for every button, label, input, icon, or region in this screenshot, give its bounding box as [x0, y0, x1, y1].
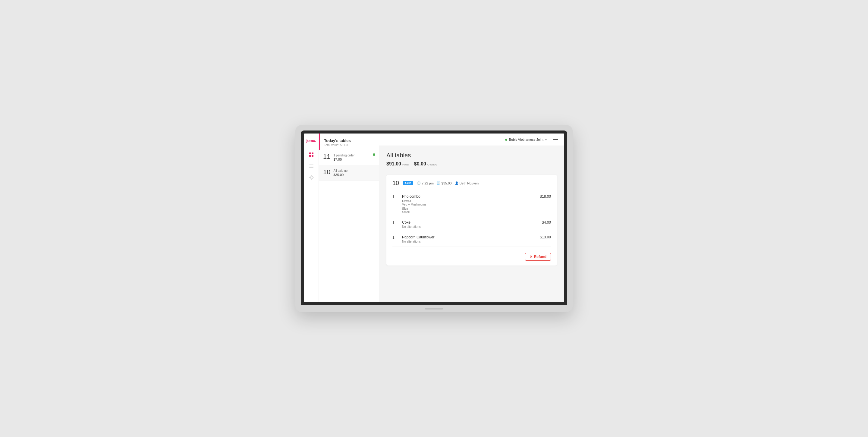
paid-label: PAID: [402, 163, 409, 166]
logo: jomo.: [306, 138, 316, 143]
svg-rect-2: [309, 167, 313, 167]
grid-icon: [309, 153, 313, 157]
order-details: Popcorn Cauliflower No alterations: [402, 235, 540, 244]
order-item-3: 1 Popcorn Cauliflower No alterations $13…: [393, 232, 551, 247]
order-qty: 1: [393, 221, 398, 225]
clock-icon: 🕐: [417, 181, 421, 185]
table-status-text: All paid up: [333, 169, 375, 173]
owing-amount: $0.00: [414, 161, 426, 167]
main-content: Bob's Vietnamese Joint ▾ All tables: [379, 133, 564, 302]
top-nav: Bob's Vietnamese Joint ▾: [379, 133, 564, 146]
order-name: Coke: [402, 220, 542, 224]
person-icon: 👤: [455, 181, 458, 185]
paid-amount: $91.00: [386, 161, 401, 167]
refund-button[interactable]: ✕ Refund: [525, 253, 551, 261]
table-number: 10: [323, 169, 330, 176]
summary-paid: $91.00 PAID: [386, 161, 409, 167]
paid-badge: PAID: [403, 181, 413, 185]
table-card-number: 10: [393, 180, 399, 187]
table-time: 7:22 pm: [422, 181, 434, 185]
meta-customer: 👤 Beth Nguyen: [455, 181, 479, 185]
order-name: Pho combo: [402, 194, 540, 198]
modifier-value: No alterations: [402, 240, 540, 243]
screen-bezel: jomo.: [301, 130, 567, 305]
modifier-value: Small: [402, 210, 540, 214]
table-status-text: 1 pending order: [333, 153, 375, 158]
menu-line: [553, 141, 558, 142]
table-number: 11: [323, 153, 330, 160]
sidebar-item-settings[interactable]: [308, 174, 315, 181]
left-panel: Today's tables Total value: $91.00 11 1 …: [319, 133, 379, 302]
status-dot: [373, 153, 375, 156]
table-info: All paid up $35.00: [333, 169, 375, 177]
table-card-meta: 🕐 7:22 pm 🧾 $35.00 👤: [417, 181, 478, 185]
sidebar-item-tables[interactable]: [308, 151, 315, 158]
sidebar: jomo.: [304, 133, 319, 302]
order-item-1: 1 Pho combo Extras Veg + Mushrooms Size …: [393, 191, 551, 217]
x-icon: ✕: [530, 255, 532, 259]
table-amount: $35.00: [333, 173, 375, 177]
receipt-icon: 🧾: [437, 181, 440, 185]
hamburger-menu-button[interactable]: [553, 138, 558, 142]
order-price: $13.00: [540, 235, 551, 239]
list-icon: [309, 163, 314, 169]
screen: jomo.: [304, 133, 564, 302]
svg-rect-1: [309, 166, 313, 166]
order-details: Pho combo Extras Veg + Mushrooms Size Sm…: [402, 194, 540, 214]
svg-point-3: [310, 177, 312, 179]
table-card: 10 PAID 🕐 7:22 pm 🧾 $35.00: [386, 175, 557, 266]
left-panel-title: Today's tables: [324, 138, 375, 143]
app-container: jomo.: [304, 133, 564, 302]
table-item-11[interactable]: 11 1 pending order $7.00: [319, 150, 379, 165]
order-price: $18.00: [540, 194, 551, 198]
modifier-label: Extras: [402, 199, 540, 203]
summary-owing: $0.00 OWING: [414, 161, 438, 167]
menu-line: [553, 138, 558, 138]
modifier-value: Veg + Mushrooms: [402, 203, 540, 206]
order-name: Popcorn Cauliflower: [402, 235, 540, 239]
refund-button-label: Refund: [534, 255, 547, 259]
modifier-value: No alterations: [402, 225, 542, 228]
order-qty: 1: [393, 236, 398, 240]
menu-line: [553, 139, 558, 140]
chevron-down-icon: ▾: [545, 138, 547, 142]
svg-rect-0: [309, 164, 313, 165]
restaurant-status-dot: [505, 138, 507, 141]
table-amount: $7.00: [333, 158, 375, 161]
restaurant-name: Bob's Vietnamese Joint: [509, 138, 544, 142]
order-item-2: 1 Coke No alterations $4.00: [393, 217, 551, 232]
content-area: All tables $91.00 PAID $0.00 OWING: [379, 146, 564, 302]
modifier-label: Size: [402, 207, 540, 210]
page-title: All tables: [386, 152, 557, 159]
refund-row: ✕ Refund: [393, 248, 551, 261]
table-card-header: 10 PAID 🕐 7:22 pm 🧾 $35.00: [393, 180, 551, 187]
order-price: $4.00: [542, 220, 551, 224]
meta-time: 🕐 7:22 pm: [417, 181, 434, 185]
order-details: Coke No alterations: [402, 220, 542, 229]
table-info: 1 pending order $7.00: [333, 153, 375, 161]
customer-name: Beth Nguyen: [460, 181, 479, 185]
laptop-notch: [425, 308, 443, 310]
table-item-10[interactable]: 10 All paid up $35.00: [319, 165, 379, 181]
left-panel-header: Today's tables Total value: $91.00: [319, 133, 379, 150]
restaurant-selector[interactable]: Bob's Vietnamese Joint ▾: [503, 136, 549, 143]
summary-row: $91.00 PAID $0.00 OWING: [386, 161, 557, 170]
owing-label: OWING: [427, 163, 438, 166]
laptop-shell: jomo.: [296, 125, 572, 312]
order-qty: 1: [393, 195, 398, 199]
meta-total: 🧾 $35.00: [437, 181, 452, 185]
table-total: $35.00: [441, 181, 452, 185]
laptop-base: [301, 305, 567, 312]
left-panel-subtitle: Total value: $91.00: [324, 144, 375, 147]
gear-icon: [309, 175, 314, 180]
sidebar-item-orders[interactable]: [308, 163, 315, 169]
